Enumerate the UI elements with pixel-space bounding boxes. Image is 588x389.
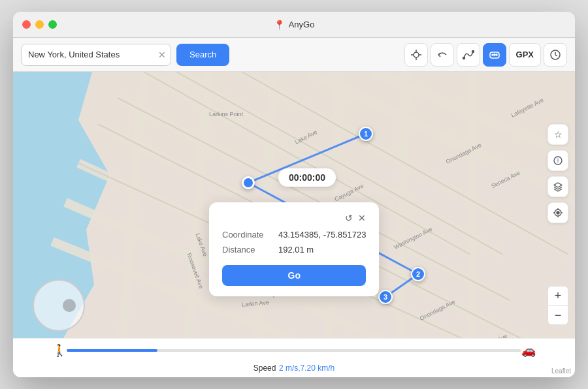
- waypoint-3[interactable]: 3: [378, 290, 393, 304]
- svg-point-9: [492, 54, 493, 55]
- svg-point-38: [557, 211, 559, 214]
- speed-label: Speed: [253, 364, 276, 373]
- svg-line-17: [307, 72, 575, 202]
- street-label-lake-ave: Lake Ave: [294, 129, 318, 146]
- star-icon: ☆: [554, 129, 563, 140]
- waypoint-2-label: 2: [416, 270, 420, 278]
- favorite-button[interactable]: ☆: [547, 124, 568, 145]
- gamepad-button[interactable]: [483, 43, 506, 67]
- waypoint-3-label: 3: [384, 293, 387, 301]
- svg-line-28: [399, 72, 405, 377]
- my-location-button[interactable]: [547, 202, 568, 223]
- street-label-lake-ave-2: Lake Ave: [194, 232, 208, 257]
- distance-label: Distance: [222, 245, 268, 255]
- joystick-knob: [63, 299, 76, 312]
- speed-value: 2 m/s,7.20 km/h: [279, 364, 335, 373]
- zoom-in-button[interactable]: +: [547, 286, 568, 305]
- street-label-washington: Washington Ave: [393, 226, 433, 251]
- close-button[interactable]: [22, 20, 31, 29]
- traffic-lights: [22, 20, 57, 29]
- compass-button[interactable]: [547, 150, 568, 171]
- coordinate-value: 43.154385, -75.851723: [278, 230, 366, 240]
- popup-header: ↺ ✕: [222, 213, 366, 223]
- search-container: ✕ Search: [21, 44, 229, 66]
- distance-row: Distance 192.01 m: [222, 245, 366, 255]
- car-icon: 🚗: [521, 343, 536, 358]
- waypoint-1[interactable]: 1: [359, 127, 373, 141]
- current-location-dot: [242, 176, 255, 189]
- toolbar-right: GPX: [404, 43, 567, 67]
- speed-text-row: Speed 2 m/s,7.20 km/h: [253, 362, 335, 373]
- clear-button[interactable]: ✕: [158, 50, 166, 60]
- svg-point-6: [472, 50, 474, 52]
- maximize-button[interactable]: [48, 20, 57, 29]
- search-input-wrapper: ✕: [21, 44, 171, 66]
- search-input[interactable]: [21, 44, 171, 66]
- app-logo-icon: 📍: [274, 20, 285, 30]
- street-label-onondaga: Onondaga Ave: [445, 142, 482, 165]
- speed-track[interactable]: [67, 349, 521, 352]
- speed-fill: [67, 349, 157, 352]
- speed-icons-row: 🚶 🚗: [52, 343, 536, 358]
- go-button[interactable]: Go: [222, 265, 366, 286]
- street-label-onondaga-2: Onondaga Ave: [419, 298, 456, 322]
- center-location-button[interactable]: [404, 43, 428, 67]
- route-back-button[interactable]: [431, 43, 454, 67]
- minimize-button[interactable]: [35, 20, 44, 29]
- compass-icon: [553, 155, 563, 166]
- coordinate-row: Coordinate 43.154385, -75.851723: [222, 230, 366, 240]
- coordinate-label: Coordinate: [222, 230, 268, 240]
- right-sidebar: ☆: [547, 124, 568, 223]
- place-label-larkins: Larkins Point: [209, 111, 243, 117]
- zoom-controls: + −: [547, 286, 568, 325]
- titlebar: 📍 AnyGo: [13, 12, 575, 38]
- street-label-larkin: Larkin Ave: [242, 299, 270, 308]
- search-button[interactable]: Search: [176, 44, 229, 66]
- info-popup: ↺ ✕ Coordinate 43.154385, -75.851723 Dis…: [209, 202, 379, 296]
- timer-badge: 00:00:00: [278, 168, 336, 187]
- svg-point-10: [496, 54, 497, 55]
- gpx-button[interactable]: GPX: [509, 43, 541, 67]
- joystick[interactable]: [33, 279, 85, 332]
- map-layers-button[interactable]: [547, 176, 568, 197]
- toolbar: ✕ Search: [13, 38, 575, 72]
- street-label-cayuga: Cayuga Ave: [333, 183, 365, 203]
- svg-line-25: [183, 72, 209, 377]
- history-button[interactable]: [544, 43, 567, 67]
- map-area[interactable]: Lake Ave Larkins Point Lake Ave Cayuga A…: [13, 72, 575, 377]
- layers-icon: [553, 181, 563, 192]
- street-label-roosevelt: Roosevelt Ave: [186, 252, 204, 289]
- waypoint-1-label: 1: [364, 130, 368, 138]
- popup-undo-button[interactable]: ↺: [345, 213, 353, 223]
- street-label-lafayette: Lafayette Ave: [510, 97, 545, 119]
- app-window: 📍 AnyGo ✕ Search: [13, 12, 575, 377]
- walk-icon: 🚶: [52, 343, 67, 358]
- multi-route-button[interactable]: [457, 43, 480, 67]
- svg-line-24: [118, 72, 144, 377]
- timer-value: 00:00:00: [289, 172, 325, 183]
- zoom-out-button[interactable]: −: [547, 305, 568, 325]
- app-title-container: 📍 AnyGo: [274, 20, 315, 30]
- map-credit: Leaflet: [551, 367, 571, 375]
- location-icon: [553, 208, 563, 218]
- waypoint-2[interactable]: 2: [411, 267, 425, 281]
- popup-close-button[interactable]: ✕: [358, 213, 366, 223]
- svg-point-5: [463, 57, 465, 59]
- street-label-seneca: Seneca Ave: [490, 170, 521, 190]
- app-title: AnyGo: [289, 20, 315, 29]
- distance-value: 192.01 m: [278, 245, 314, 255]
- speed-bar: 🚶 🚗 Speed 2 m/s,7.20 km/h: [13, 338, 575, 377]
- svg-point-0: [414, 52, 419, 57]
